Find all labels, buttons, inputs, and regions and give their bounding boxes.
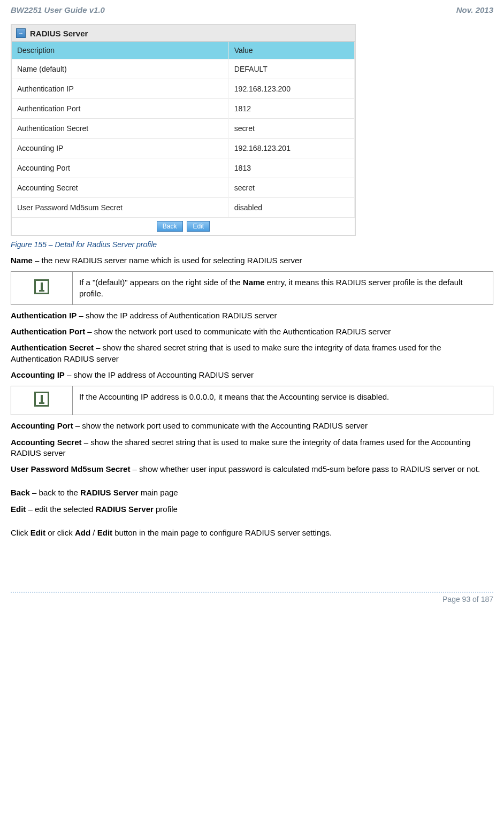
auth-secret-paragraph: Authentication Secret – show the shared …	[11, 342, 493, 364]
table-header-row: Description Value	[12, 42, 355, 59]
acct-port-paragraph: Accounting Port – show the network port …	[11, 421, 493, 431]
page-footer: Page 93 of 187	[11, 592, 493, 604]
click-paragraph: Click Edit or click Add / Edit button in…	[11, 528, 493, 538]
radius-server-panel: → RADIUS Server Description Value Name (…	[11, 24, 356, 236]
info-text: If a "(default)" appears on the right si…	[73, 272, 493, 305]
doc-title: BW2251 User Guide v1.0	[11, 5, 105, 14]
info-icon	[34, 392, 49, 407]
table-row: Authentication Secretsecret	[12, 119, 355, 139]
doc-date: Nov. 2013	[456, 5, 493, 14]
md5-paragraph: User Password Md5sum Secret – show wheth…	[11, 464, 493, 475]
arrow-right-icon[interactable]: →	[16, 28, 26, 38]
col-description: Description	[12, 42, 228, 59]
info-icon-cell	[11, 386, 73, 415]
edit-button[interactable]: Edit	[187, 221, 210, 232]
info-text: If the Accounting IP address is 0.0.0.0,…	[73, 386, 493, 415]
panel-title: RADIUS Server	[30, 29, 88, 38]
table-row: User Password Md5sum Secretdisabled	[12, 198, 355, 218]
page-number: Page 93 of 187	[442, 595, 493, 604]
info-box-default: If a "(default)" appears on the right si…	[11, 271, 493, 305]
info-icon	[34, 279, 49, 294]
panel-header: → RADIUS Server	[12, 25, 355, 42]
col-value: Value	[228, 42, 354, 59]
auth-port-paragraph: Authentication Port – show the network p…	[11, 326, 493, 337]
info-icon-cell	[11, 272, 73, 305]
table-row: Authentication Port1812	[12, 99, 355, 119]
auth-ip-paragraph: Authentication IP – show the IP address …	[11, 310, 493, 321]
figure-caption: Figure 155 – Detail for Radius Server pr…	[11, 240, 493, 249]
panel-button-row: Back Edit	[12, 217, 355, 235]
table-row: Accounting Secretsecret	[12, 178, 355, 198]
back-paragraph: Back – back to the RADIUS Server main pa…	[11, 487, 493, 498]
table-row: Accounting IP192.168.123.201	[12, 139, 355, 158]
page-header: BW2251 User Guide v1.0 Nov. 2013	[11, 5, 493, 14]
table-row: Accounting Port1813	[12, 158, 355, 178]
name-paragraph: Name – the new RADIUS server name which …	[11, 255, 493, 266]
acct-secret-paragraph: Accounting Secret – show the shared secr…	[11, 437, 493, 459]
edit-paragraph: Edit – edit the selected RADIUS Server p…	[11, 504, 493, 515]
back-button[interactable]: Back	[157, 221, 183, 232]
info-box-accounting: If the Accounting IP address is 0.0.0.0,…	[11, 386, 493, 415]
radius-table: Description Value Name (default)DEFAULT …	[12, 42, 355, 217]
acct-ip-paragraph: Accounting IP – show the IP address of A…	[11, 370, 493, 380]
table-row: Authentication IP192.168.123.200	[12, 79, 355, 99]
table-row: Name (default)DEFAULT	[12, 59, 355, 79]
